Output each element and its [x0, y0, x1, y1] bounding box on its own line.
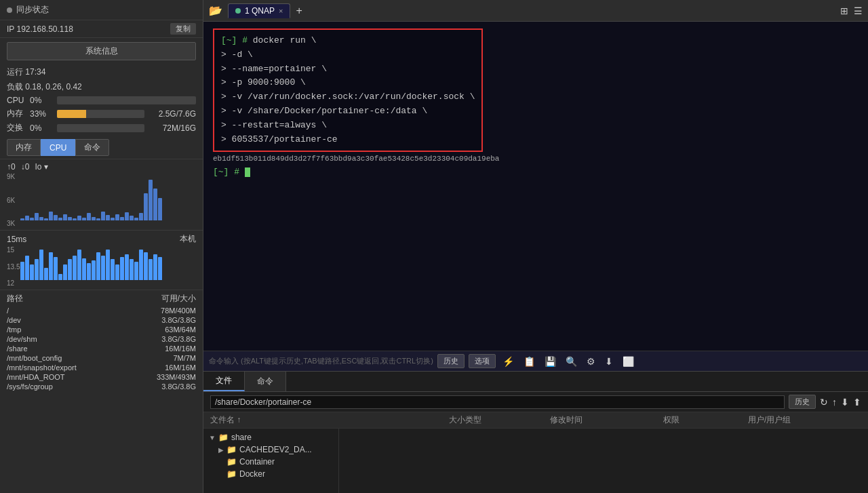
file-table-header: 文件名 ↑ 大小 类型 修改时间 权限 用户/用户组 [203, 412, 868, 429]
term-prompt: [~] # [213, 167, 245, 177]
ping-bar [77, 250, 81, 280]
disk-path: /mnt/HDA_ROOT [7, 373, 65, 381]
download-icon[interactable]: ⬇ [602, 355, 616, 368]
tab-cpu[interactable]: CPU [41, 139, 75, 156]
ping-bar [125, 254, 129, 280]
top-bar-right: ⊞ ☰ [840, 5, 863, 16]
ping-bar [130, 259, 134, 280]
tree-label-container: Container [239, 457, 275, 467]
ping-bar [158, 257, 162, 280]
swap-detail: 72M/16G [149, 123, 196, 133]
tree-item-container[interactable]: ▶ 📁 Container [203, 456, 338, 468]
memory-label: 内存 [7, 108, 26, 119]
file-path-input[interactable] [210, 395, 785, 409]
file-list-right [339, 429, 868, 493]
disk-row: /dev/shm3.8G/3.8G [7, 334, 196, 344]
file-manager: 文件 命令 历史 ↻ ↑ ⬇ ⬆ 文件名 ↑ 大小 类型 修改时间 权限 用户/… [203, 371, 868, 493]
col-header-name: 文件名 ↑ [210, 414, 380, 426]
disk-row: /mnt/snapshot/export16M/16M [7, 363, 196, 372]
file-tab-files[interactable]: 文件 [203, 372, 245, 391]
disk-path: /tmp [7, 326, 21, 334]
col-header-user: 用户/用户组 [748, 414, 861, 426]
hash-line: eb1df513b011d849dd3d27f7f63bbd9a3c30fae5… [213, 155, 859, 163]
file-refresh-icon[interactable]: ↻ [820, 397, 828, 408]
net-bar [87, 213, 91, 220]
net-bar [20, 218, 24, 220]
col-header-mtime: 修改时间 [550, 414, 663, 426]
disk-path: /mnt/snapshot/export [7, 363, 77, 372]
tab-close-icon[interactable]: × [279, 7, 283, 15]
tree-folder-docker-icon: 📁 [226, 469, 237, 479]
col-header-perm: 权限 [663, 414, 748, 426]
net-bar [149, 180, 153, 220]
ping-bar [35, 259, 39, 280]
disk-path: /mnt/boot_config [7, 354, 62, 362]
folder-icon[interactable]: 📂 [209, 4, 222, 17]
net-label-9k: 9K [7, 173, 15, 180]
ping-bar [87, 263, 91, 280]
ping-bar [20, 262, 24, 280]
settings-icon[interactable]: ⚙ [584, 355, 598, 368]
tab-command[interactable]: 命令 [75, 139, 109, 156]
clipboard-icon[interactable]: 📋 [521, 355, 538, 368]
tree-item-docker[interactable]: ▶ 📁 Docker [203, 468, 338, 480]
ping-section: 15ms 本机 15 13.5 12 [0, 230, 203, 290]
menu-icon[interactable]: ☰ [854, 5, 863, 16]
term-line-4: > -p 9000:9000 \ [221, 76, 475, 90]
disk-path: /dev/shm [7, 335, 37, 343]
memory-detail: 2.5G/7.6G [149, 109, 196, 119]
net-chart: 9K 6K 3K [7, 173, 196, 227]
tree-arrow-share: ▼ [209, 434, 216, 441]
tab-add-icon[interactable]: + [293, 5, 304, 17]
sys-info-button[interactable]: 系统信息 [7, 42, 196, 60]
net-bar [49, 212, 53, 220]
ping-bar [25, 256, 29, 280]
net-bar [35, 213, 39, 220]
file-tree-area: ▼ 📁 share ▶ 📁 CACHEDEV2_DA... ▶ 📁 Contai… [203, 429, 868, 493]
copy-button[interactable]: 复制 [170, 23, 196, 35]
file-download-icon[interactable]: ⬇ [841, 397, 849, 408]
ping-right-label: 本机 [180, 233, 196, 245]
load-label: 负载 0.18, 0.26, 0.42 [7, 82, 82, 92]
save-icon[interactable]: 💾 [542, 355, 559, 368]
tree-label-cachedev: CACHEDEV2_DA... [239, 445, 312, 454]
terminal-area[interactable]: [~] # docker run \ > -d \ > --name=porta… [203, 22, 868, 351]
file-up-icon[interactable]: ↑ [832, 397, 837, 408]
terminal-tab-label: 1 QNAP [245, 6, 275, 16]
history-button[interactable]: 历史 [437, 354, 465, 368]
ping-bar [111, 259, 115, 280]
disk-path: /dev [7, 316, 21, 324]
file-tab-commands[interactable]: 命令 [245, 372, 286, 391]
terminal-highlighted-block: [~] # docker run \ > -d \ > --name=porta… [213, 28, 483, 152]
search-icon[interactable]: 🔍 [563, 355, 580, 368]
tab-memory[interactable]: 内存 [7, 139, 41, 156]
net-bar [158, 198, 162, 220]
file-upload-icon[interactable]: ⬆ [853, 397, 861, 408]
grid-icon[interactable]: ⊞ [840, 5, 848, 16]
disk-size: 333M/493M [157, 373, 196, 381]
ping-bar [139, 250, 143, 280]
net-bar [101, 212, 105, 220]
tree-item-cachedev[interactable]: ▶ 📁 CACHEDEV2_DA... [203, 443, 338, 456]
tree-item-share[interactable]: ▼ 📁 share [203, 431, 338, 443]
term-line-6: > -v /share/Docker/portainer-ce:/data \ [221, 104, 475, 119]
runtime-label: 运行 17:34 [7, 67, 45, 77]
terminal-cmd-bar: 命令输入 (按ALT键提示历史,TAB键路径,ESC键返回,双击CTRL切换) … [203, 351, 868, 371]
cpu-bar-wrap [57, 96, 196, 104]
net-bar [120, 217, 124, 220]
term-line-1: [~] # docker run \ [221, 34, 475, 48]
terminal-tab-1[interactable]: 1 QNAP × [228, 3, 290, 18]
disk-section: 路径 可用/大小 /78M/400M/dev3.8G/3.8G/tmp63M/6… [0, 290, 203, 493]
options-button[interactable]: 选项 [469, 354, 496, 368]
disk-path: /sys/fs/cgroup [7, 382, 53, 391]
ping-bar [101, 256, 105, 280]
cpu-row: CPU 0% [0, 94, 203, 106]
ping-bar [115, 264, 119, 280]
tree-label-docker: Docker [239, 469, 265, 479]
screen-icon[interactable]: ⬜ [620, 355, 637, 368]
term-line-3: > --name=portainer \ [221, 62, 475, 77]
ping-bars [7, 246, 196, 280]
disk-size: 3.8G/3.8G [161, 316, 196, 324]
lightning-icon[interactable]: ⚡ [500, 355, 517, 368]
file-history-btn[interactable]: 历史 [789, 395, 816, 409]
